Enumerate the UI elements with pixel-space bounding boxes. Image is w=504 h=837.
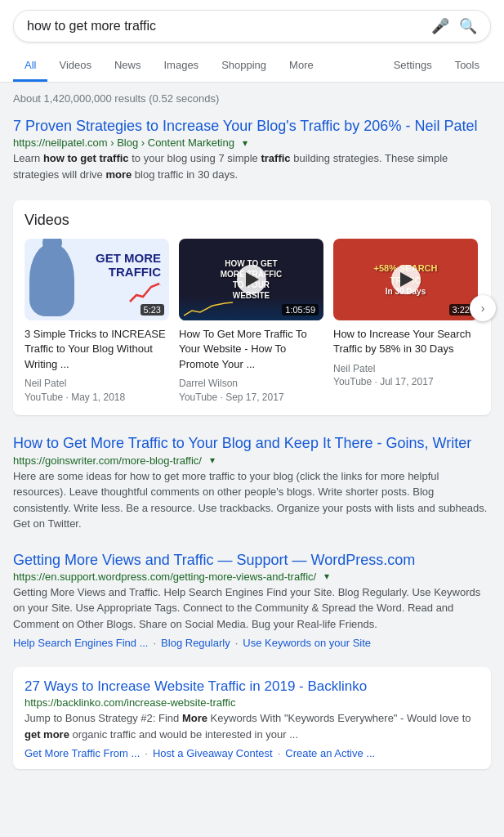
search-icon[interactable]: 🔍 — [459, 17, 477, 35]
video-card-1[interactable]: GET MORE TRAFFIC 5:23 — [25, 239, 169, 404]
result-4-link-1[interactable]: Get More Traffic From ... — [25, 747, 140, 759]
result-2-dropdown-arrow[interactable]: ▾ — [210, 454, 215, 466]
video-card-2[interactable]: HOW TO GETMORE TRAFFICTO YOURWEBSITE 1:0… — [179, 239, 323, 404]
result-1-url: https://neilpatel.com › Blog › Content M… — [13, 137, 234, 149]
result-1-title[interactable]: 7 Proven Strategies to Increase Your Blo… — [13, 118, 477, 134]
result-2-title[interactable]: How to Get More Traffic to Your Blog and… — [13, 435, 471, 451]
search-result-3: Getting More Views and Traffic — Support… — [13, 550, 491, 650]
tab-more[interactable]: More — [278, 51, 325, 82]
video-card-3[interactable]: +58% SEARCH TR IC In 30 Days 3:22 How to… — [333, 239, 478, 404]
videos-section: Videos GET MORE TRAFFIC — [13, 200, 491, 415]
result-1-snippet: Learn how to get traffic to your blog us… — [13, 150, 491, 182]
result-2-url: https://goinswriter.com/more-blog-traffi… — [13, 454, 202, 467]
result-3-url-line: https://en.support.wordpress.com/getting… — [13, 571, 491, 583]
video-2-meta: Darrel Wilson YouTube · Sep 17, 2017 — [179, 377, 323, 405]
results-count: About 1,420,000,000 results (0.52 second… — [13, 92, 491, 105]
result-1-url-line: https://neilpatel.com › Blog › Content M… — [13, 137, 491, 149]
tab-tools[interactable]: Tools — [444, 51, 491, 82]
tab-all[interactable]: All — [13, 51, 47, 82]
tab-images[interactable]: Images — [152, 51, 210, 82]
video-1-meta: Neil Patel YouTube · May 1, 2018 — [25, 377, 169, 405]
search-result-2: How to Get More Traffic to Your Blog and… — [13, 433, 491, 531]
main-content: About 1,420,000,000 results (0.52 second… — [0, 83, 504, 779]
tab-videos[interactable]: Videos — [47, 51, 103, 82]
video-thumb-1[interactable]: GET MORE TRAFFIC 5:23 — [25, 239, 169, 320]
video-2-play[interactable] — [237, 265, 266, 294]
search-result-1: 7 Proven Strategies to Increase Your Blo… — [13, 116, 491, 182]
video-2-duration: 1:05:59 — [282, 304, 319, 316]
video-thumb-2[interactable]: HOW TO GETMORE TRAFFICTO YOURWEBSITE 1:0… — [179, 239, 323, 320]
result-4-links: Get More Traffic From ... · Host a Givea… — [25, 747, 479, 759]
result-4-link-2[interactable]: Host a Giveaway Contest — [153, 747, 273, 759]
result-4-title[interactable]: 27 Ways to Increase Website Traffic in 2… — [25, 678, 367, 694]
result-3-title[interactable]: Getting More Views and Traffic — Support… — [13, 552, 415, 568]
tab-news[interactable]: News — [103, 51, 153, 82]
video-3-title: How to Increase Your Search Traffic by 5… — [333, 327, 478, 356]
search-result-4: 27 Ways to Increase Website Traffic in 2… — [13, 667, 491, 769]
mic-icon[interactable]: 🎤 — [431, 17, 449, 35]
tab-shopping[interactable]: Shopping — [210, 51, 278, 82]
result-3-snippet: Getting More Views and Traffic. Help Sea… — [13, 584, 491, 633]
nav-tabs: All Videos News Images Shopping More Set… — [13, 51, 491, 82]
result-3-url: https://en.support.wordpress.com/getting… — [13, 571, 316, 583]
video-thumb-3[interactable]: +58% SEARCH TR IC In 30 Days 3:22 — [333, 239, 478, 320]
result-3-dropdown-arrow[interactable]: ▾ — [324, 571, 329, 582]
result-3-link-2[interactable]: Blog Regularly — [161, 637, 230, 649]
search-bar[interactable]: 🎤 🔍 — [13, 10, 491, 43]
video-3-play[interactable] — [391, 265, 421, 294]
result-3-link-3[interactable]: Use Keywords on your Site — [243, 637, 371, 649]
nav-right: Settings Tools — [382, 51, 491, 82]
search-header: 🎤 🔍 All Videos News Images Shopping More… — [0, 0, 504, 83]
result-4-url-line: https://backlinko.com/increase-website-t… — [25, 696, 479, 709]
search-input[interactable] — [27, 19, 431, 34]
search-icons: 🎤 🔍 — [431, 17, 477, 35]
videos-next-arrow[interactable]: › — [470, 295, 496, 321]
video-1-title: 3 Simple Tricks to INCREASE Traffic to Y… — [25, 327, 169, 372]
result-3-link-1[interactable]: Help Search Engines Find ... — [13, 637, 148, 649]
result-2-url-line: https://goinswriter.com/more-blog-traffi… — [13, 454, 491, 467]
result-4-snippet: Jump to Bonus Strategy #2: Find More Key… — [25, 710, 479, 742]
video-1-duration: 5:23 — [140, 304, 164, 316]
video-2-title: How To Get More Traffic To Your Website … — [179, 327, 323, 372]
result-2-snippet: Here are some ideas for how to get more … — [13, 468, 491, 532]
result-3-links: Help Search Engines Find ... · Blog Regu… — [13, 637, 491, 649]
videos-section-title: Videos — [25, 212, 479, 229]
result-1-dropdown-arrow[interactable]: ▾ — [243, 137, 248, 149]
videos-scroll: GET MORE TRAFFIC 5:23 — [25, 239, 479, 404]
tab-settings[interactable]: Settings — [382, 51, 444, 82]
video-3-meta: Neil Patel YouTube · Jul 17, 2017 — [333, 362, 478, 390]
result-4-url: https://backlinko.com/increase-website-t… — [25, 696, 235, 709]
result-4-link-3[interactable]: Create an Active ... — [285, 747, 375, 759]
